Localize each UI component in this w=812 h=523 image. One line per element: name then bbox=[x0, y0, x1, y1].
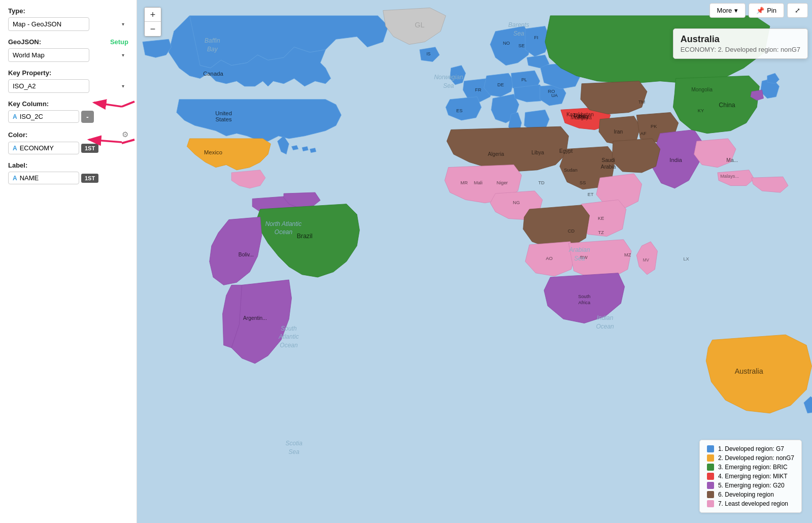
pin-button[interactable]: 📌 Pin bbox=[749, 3, 784, 18]
legend-item-label: 7. Least developed region bbox=[718, 500, 788, 507]
key-column-type-icon: A bbox=[13, 113, 17, 120]
svg-text:CD: CD bbox=[568, 228, 575, 234]
color-column-type-icon: A bbox=[13, 145, 17, 152]
legend-item-label: 3. Emerging region: BRIC bbox=[718, 464, 788, 471]
more-button[interactable]: More ▾ bbox=[709, 3, 746, 18]
svg-text:TD: TD bbox=[538, 180, 545, 185]
key-property-field: Key Property: ISO_A2 ▾ bbox=[8, 69, 128, 93]
svg-text:AF: AF bbox=[640, 131, 647, 136]
pin-icon: 📌 bbox=[756, 7, 764, 14]
svg-text:Australia: Australia bbox=[735, 367, 764, 375]
svg-text:FI: FI bbox=[534, 35, 538, 40]
zoom-controls: + − bbox=[144, 7, 161, 37]
svg-text:KY: KY bbox=[698, 108, 704, 113]
svg-text:MV: MV bbox=[643, 258, 650, 263]
svg-text:United: United bbox=[215, 110, 232, 116]
svg-text:ES: ES bbox=[456, 108, 462, 113]
type-select[interactable]: Map - GeoJSON bbox=[8, 17, 89, 31]
svg-text:NO: NO bbox=[503, 41, 510, 46]
legend-color-swatch bbox=[707, 500, 714, 507]
svg-text:FR: FR bbox=[475, 87, 482, 92]
svg-text:MR: MR bbox=[460, 180, 468, 185]
color-column-value: ECONOMY bbox=[20, 144, 54, 152]
legend-item-label: 6. Developing region bbox=[718, 491, 774, 498]
type-select-arrow: ▾ bbox=[122, 21, 124, 27]
legend-item: 3. Emerging region: BRIC bbox=[707, 464, 794, 471]
color-gear-icon[interactable]: ⚙ bbox=[122, 130, 128, 139]
type-label: Type: bbox=[8, 7, 128, 15]
label-label: Label: bbox=[8, 161, 128, 169]
svg-text:Canada: Canada bbox=[203, 71, 223, 77]
legend-item: 5. Emerging region: G20 bbox=[707, 482, 794, 489]
svg-text:TZ: TZ bbox=[598, 230, 604, 235]
svg-text:LX: LX bbox=[683, 256, 689, 262]
key-property-select[interactable]: ISO_A2 bbox=[8, 79, 89, 93]
key-column-remove-button[interactable]: - bbox=[81, 111, 94, 123]
svg-text:AO: AO bbox=[546, 256, 553, 261]
legend-color-swatch bbox=[707, 473, 714, 480]
svg-text:ET: ET bbox=[588, 192, 594, 197]
label-column-value: NAME bbox=[20, 174, 39, 182]
svg-text:Sudan: Sudan bbox=[564, 168, 578, 173]
svg-text:TM: TM bbox=[638, 100, 645, 105]
svg-text:NG: NG bbox=[513, 200, 520, 205]
geojson-select-wrap[interactable]: World Map ▾ bbox=[8, 48, 128, 62]
key-column-input[interactable]: A ISO_2C bbox=[8, 110, 79, 123]
svg-text:DE: DE bbox=[497, 82, 504, 87]
svg-text:States: States bbox=[216, 116, 232, 122]
key-property-label: Key Property: bbox=[8, 69, 128, 77]
legend-color-swatch bbox=[707, 491, 714, 498]
legend-item: 7. Least developed region bbox=[707, 500, 794, 507]
more-label: More bbox=[717, 7, 732, 14]
expand-button[interactable]: ⤢ bbox=[787, 3, 808, 18]
svg-text:SS: SS bbox=[580, 180, 586, 185]
map-area[interactable]: More ▾ 📌 Pin ⤢ + − bbox=[137, 0, 812, 523]
country-tooltip: Australia ECONOMY: 2. Developed region: … bbox=[673, 28, 808, 59]
geojson-select[interactable]: World Map bbox=[8, 48, 89, 62]
legend-item: 4. Emerging region: MIKT bbox=[707, 473, 794, 480]
svg-text:India: India bbox=[669, 157, 682, 163]
svg-text:Iran: Iran bbox=[614, 129, 623, 135]
geojson-select-arrow: ▾ bbox=[122, 52, 124, 58]
zoom-out-button[interactable]: − bbox=[145, 22, 161, 36]
expand-icon: ⤢ bbox=[795, 7, 800, 14]
color-column-input[interactable]: A ECONOMY bbox=[8, 142, 79, 154]
label-column-input[interactable]: A NAME bbox=[8, 172, 79, 184]
legend-color-swatch bbox=[707, 464, 714, 471]
svg-text:GL: GL bbox=[415, 21, 424, 29]
legend-color-swatch bbox=[707, 445, 714, 452]
svg-text:IS: IS bbox=[426, 52, 430, 56]
type-select-wrap[interactable]: Map - GeoJSON ▾ bbox=[8, 17, 128, 31]
key-property-select-arrow: ▾ bbox=[122, 83, 124, 89]
tooltip-economy: ECONOMY: 2. Developed region: nonG7 bbox=[681, 46, 800, 53]
setup-link[interactable]: Setup bbox=[110, 38, 128, 46]
zoom-in-button[interactable]: + bbox=[145, 8, 161, 22]
svg-text:RO: RO bbox=[548, 89, 555, 94]
svg-text:Niger: Niger bbox=[497, 180, 508, 185]
svg-text:Mongolia: Mongolia bbox=[691, 87, 713, 92]
type-field: Type: Map - GeoJSON ▾ bbox=[8, 7, 128, 31]
legend-color-swatch bbox=[707, 454, 714, 462]
svg-text:Arabia: Arabia bbox=[601, 164, 616, 170]
svg-text:Mali: Mali bbox=[474, 180, 483, 185]
svg-text:Argentin...: Argentin... bbox=[243, 315, 267, 321]
key-property-select-wrap[interactable]: ISO_A2 ▾ bbox=[8, 79, 128, 93]
svg-text:China: China bbox=[719, 102, 735, 109]
svg-text:MZ: MZ bbox=[624, 252, 631, 257]
legend-item-label: 2. Developed region: nonG7 bbox=[718, 454, 794, 462]
svg-text:KE: KE bbox=[598, 216, 604, 221]
svg-text:Libya: Libya bbox=[531, 150, 544, 155]
legend-item-label: 5. Emerging region: G20 bbox=[718, 482, 785, 489]
key-column-field: Key Column: A ISO_2C - bbox=[8, 100, 128, 123]
legend-item: 1. Developed region: G7 bbox=[707, 445, 794, 452]
svg-text:PK: PK bbox=[651, 124, 657, 129]
svg-text:Mexico: Mexico bbox=[204, 149, 222, 155]
svg-text:Egypt: Egypt bbox=[559, 148, 572, 154]
svg-text:Turkey: Turkey bbox=[573, 113, 590, 119]
svg-text:South: South bbox=[578, 294, 590, 299]
label-column-type-icon: A bbox=[13, 175, 17, 182]
svg-text:PL: PL bbox=[521, 77, 527, 82]
sidebar: Type: Map - GeoJSON ▾ GeoJSON: Setup Wor… bbox=[0, 0, 137, 523]
tooltip-country-name: Australia bbox=[681, 34, 800, 45]
svg-text:Ma...: Ma... bbox=[726, 157, 738, 163]
